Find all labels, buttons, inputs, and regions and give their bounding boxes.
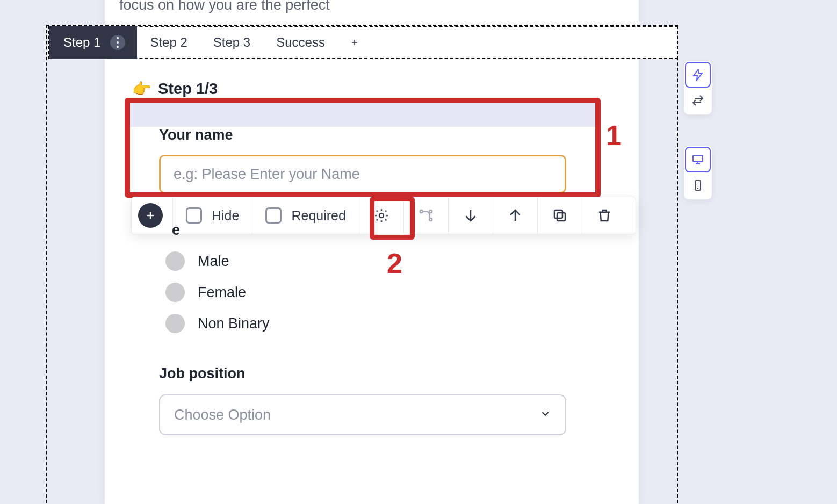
tab-menu-icon[interactable] — [110, 35, 125, 50]
swap-button[interactable] — [685, 88, 711, 113]
radio-male[interactable]: Male — [165, 251, 270, 271]
job-position-select[interactable]: Choose Option — [159, 394, 566, 435]
radio-label: Male — [198, 253, 229, 270]
svg-point-0 — [117, 37, 119, 39]
move-up-button[interactable] — [493, 197, 537, 234]
move-down-button[interactable] — [449, 197, 493, 234]
tab-step-3[interactable]: Step 3 — [200, 27, 263, 58]
field-settings-button[interactable] — [359, 197, 403, 234]
svg-point-8 — [420, 210, 423, 213]
tab-label: Step 2 — [150, 35, 187, 50]
add-step-button[interactable] — [338, 27, 371, 58]
chevron-down-icon — [539, 407, 551, 423]
delete-button[interactable] — [582, 197, 626, 234]
radio-dot — [165, 314, 185, 333]
required-checkbox[interactable] — [265, 207, 282, 224]
step-heading: 👉 Step 1/3 — [132, 80, 638, 98]
pointing-emoji: 👉 — [132, 80, 151, 98]
svg-rect-13 — [557, 213, 565, 221]
select-placeholder: Choose Option — [174, 407, 271, 423]
conditional-logic-button[interactable] — [404, 197, 448, 234]
tab-label: Step 3 — [213, 35, 250, 50]
radio-label: Non Binary — [198, 315, 270, 332]
mobile-preview-button[interactable] — [685, 172, 711, 198]
gender-radio-group: Male Female Non Binary — [165, 251, 270, 333]
field-toolbar: Hide Required — [131, 197, 636, 234]
radio-female[interactable]: Female — [165, 283, 270, 302]
svg-rect-17 — [693, 155, 703, 162]
tab-label: Step 1 — [63, 35, 100, 50]
right-side-toolbar — [683, 60, 712, 200]
name-input[interactable] — [159, 155, 566, 193]
name-field-label: Your name — [159, 127, 233, 143]
step-heading-text: Step 1/3 — [158, 80, 218, 98]
radio-dot — [165, 283, 185, 302]
required-label: Required — [291, 208, 345, 224]
step-tabs: Step 1 Step 2 Step 3 Success — [48, 26, 678, 59]
duplicate-button[interactable] — [538, 197, 582, 234]
svg-point-7 — [379, 213, 384, 218]
radio-label: Female — [198, 284, 246, 301]
required-toggle[interactable]: Required — [252, 197, 358, 234]
svg-point-9 — [429, 210, 432, 213]
radio-dot — [165, 251, 185, 271]
job-position-label: Job position — [159, 365, 245, 382]
tab-step-1[interactable]: Step 1 — [49, 26, 137, 59]
hide-checkbox[interactable] — [186, 207, 202, 224]
tab-success[interactable]: Success — [263, 27, 338, 58]
radio-non-binary[interactable]: Non Binary — [165, 314, 270, 333]
obscured-label-fragment: e — [172, 222, 180, 239]
svg-point-1 — [117, 41, 119, 44]
actions-button[interactable] — [685, 62, 711, 88]
tab-step-2[interactable]: Step 2 — [137, 27, 200, 58]
cutoff-text: focus on how you are the perfect — [119, 0, 330, 13]
add-field-button[interactable] — [138, 203, 163, 228]
svg-point-2 — [117, 46, 119, 48]
form-content: 👉 Step 1/3 — [125, 80, 638, 98]
hide-label: Hide — [212, 208, 239, 224]
svg-rect-14 — [554, 210, 562, 218]
desktop-preview-button[interactable] — [685, 147, 711, 172]
svg-point-10 — [429, 218, 432, 221]
hide-toggle[interactable]: Hide — [173, 197, 252, 234]
tab-label: Success — [276, 35, 325, 50]
